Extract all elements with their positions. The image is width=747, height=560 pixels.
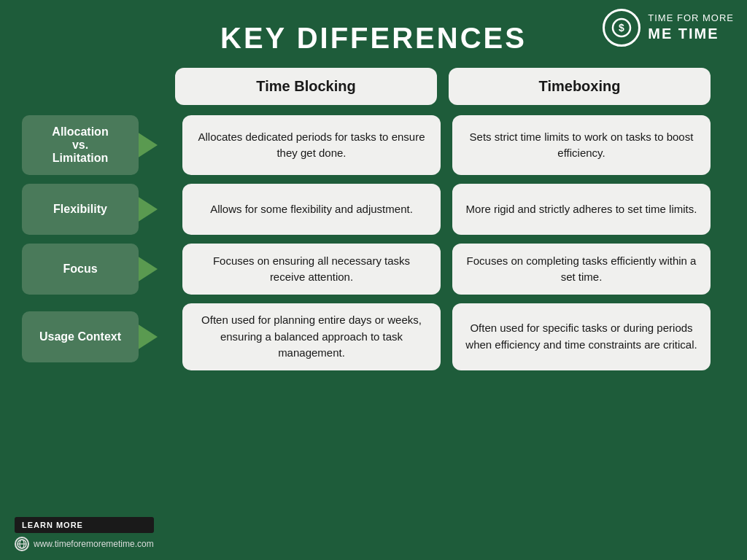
cell-time-blocking: Allocates dedicated periods for tasks to… [182, 115, 441, 175]
cell-time-blocking: Often used for planning entire days or w… [182, 303, 441, 370]
row-cells: Allocates dedicated periods for tasks to… [182, 115, 711, 175]
row-cells: Allows for some flexibility and adjustme… [182, 184, 711, 235]
row-cells: Often used for planning entire days or w… [182, 303, 711, 370]
website-icon [15, 537, 29, 551]
cell-timeboxing: Sets strict time limits to work on tasks… [452, 115, 711, 175]
learn-more-button[interactable]: LEARN MORE [15, 517, 154, 533]
row-arrow [137, 132, 158, 158]
content-row: Allocationvs.Limitation Allocates dedica… [22, 115, 711, 175]
website-url: www.timeforemoremetime.com [34, 539, 154, 549]
logo-area: $ TIME FOR MORE ME TIME [603, 9, 734, 47]
cell-time-blocking: Allows for some flexibility and adjustme… [182, 184, 441, 235]
content-rows: Allocationvs.Limitation Allocates dedica… [22, 115, 711, 370]
cell-timeboxing: Focuses on completing tasks efficiently … [452, 244, 711, 295]
logo-text: TIME FOR MORE ME TIME [648, 12, 734, 44]
content-row: Flexibility Allows for some flexibility … [22, 184, 711, 235]
row-label-wrap: Focus [22, 244, 175, 295]
row-label-wrap: Allocationvs.Limitation [22, 115, 175, 175]
row-label: Focus [22, 244, 139, 295]
row-arrow [137, 196, 158, 222]
cell-timeboxing: Often used for specific tasks or during … [452, 303, 711, 370]
svg-text:$: $ [619, 22, 624, 34]
row-arrow [137, 256, 158, 282]
cell-time-blocking: Focuses on ensuring all necessary tasks … [182, 244, 441, 295]
row-label-wrap: Usage Context [22, 303, 175, 370]
col-header-time-blocking: Time Blocking [175, 68, 437, 105]
column-headers: Time Blocking Timeboxing [175, 68, 711, 105]
row-cells: Focuses on ensuring all necessary tasks … [182, 244, 711, 295]
col-header-timeboxing: Timeboxing [449, 68, 711, 105]
logo-icon: $ [603, 9, 640, 47]
cell-timeboxing: More rigid and strictly adheres to set t… [452, 184, 711, 235]
page-container: $ TIME FOR MORE ME TIME KEY DIFFERENCES … [0, 0, 747, 560]
row-label: Flexibility [22, 184, 139, 235]
footer: LEARN MORE www.timeforemoremetime.com [15, 517, 154, 551]
row-arrow [137, 324, 158, 350]
row-label: Allocationvs.Limitation [22, 115, 139, 175]
row-label-wrap: Flexibility [22, 184, 175, 235]
website-row: www.timeforemoremetime.com [15, 537, 154, 551]
content-row: Focus Focuses on ensuring all necessary … [22, 244, 711, 295]
content-row: Usage Context Often used for planning en… [22, 303, 711, 370]
row-label: Usage Context [22, 311, 139, 362]
